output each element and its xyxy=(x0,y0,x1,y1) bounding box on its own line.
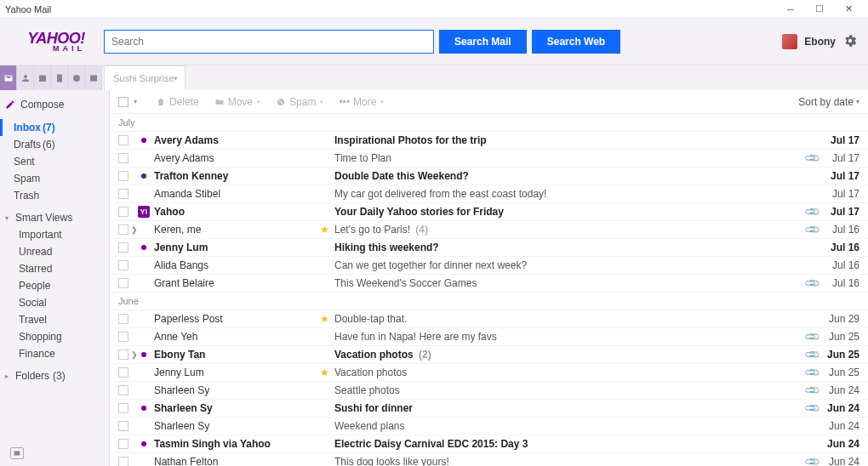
message-row[interactable]: Sharleen Sy Sushi for dinner 📎 Jun 24 xyxy=(110,400,868,418)
message-row[interactable]: ❯ Keren, me ★ Let's go to Paris! (4) 📎 J… xyxy=(110,221,868,239)
row-checkbox[interactable] xyxy=(118,153,128,163)
smart-view-unread[interactable]: Unread xyxy=(0,243,109,260)
message-row[interactable]: Avery Adams Inspirational Photos for the… xyxy=(110,132,868,150)
search-mail-button[interactable]: Search Mail xyxy=(439,30,527,54)
smart-view-finance[interactable]: Finance xyxy=(0,345,109,362)
sender: Yahoo xyxy=(147,206,317,218)
nav-folder-sent[interactable]: Sent xyxy=(0,153,109,170)
nav-label: Inbox xyxy=(14,122,41,134)
subject: Can we get together for dinner next week… xyxy=(331,259,805,271)
attachment-icon xyxy=(807,135,816,145)
message-list[interactable]: July Avery Adams Inspirational Photos fo… xyxy=(110,114,868,466)
row-checkbox[interactable] xyxy=(118,242,128,253)
compose-label: Compose xyxy=(20,99,64,111)
maximize-button[interactable]: ☐ xyxy=(805,0,834,19)
folder-icon xyxy=(214,97,225,107)
smart-view-shopping[interactable]: Shopping xyxy=(0,328,109,345)
message-row[interactable]: Trafton Kenney Double Date this Weekend?… xyxy=(110,168,868,185)
row-checkbox[interactable] xyxy=(118,260,128,270)
smart-views-section[interactable]: ▾ Smart Views xyxy=(0,209,109,226)
row-checkbox[interactable] xyxy=(118,189,128,199)
open-draft-tab[interactable]: Sushi Surprise xyxy=(104,65,186,90)
photos-app-icon[interactable] xyxy=(10,447,24,459)
search-input[interactable] xyxy=(104,30,434,54)
smart-view-starred[interactable]: Starred xyxy=(0,260,109,277)
search-web-button[interactable]: Search Web xyxy=(532,30,620,54)
row-checkbox[interactable] xyxy=(118,314,128,324)
row-checkbox[interactable] xyxy=(118,332,128,342)
spam-button[interactable]: Spam▾ xyxy=(276,96,323,108)
smart-view-people[interactable]: People xyxy=(0,277,109,294)
folders-label: Folders xyxy=(15,370,49,382)
mail-view-tab[interactable] xyxy=(0,65,17,90)
close-button[interactable]: ✕ xyxy=(834,0,863,19)
select-all-checkbox[interactable] xyxy=(118,97,128,107)
compose-button[interactable]: Compose xyxy=(0,95,109,119)
row-checkbox[interactable] xyxy=(118,439,128,449)
row-checkbox[interactable] xyxy=(118,385,128,395)
expand-icon[interactable]: ❯ xyxy=(128,350,140,359)
message-row[interactable]: Y! Yahoo Your Daily Yahoo stories for Fr… xyxy=(110,203,868,221)
row-checkbox[interactable] xyxy=(118,171,128,181)
logo-subtext: MAIL xyxy=(53,45,85,53)
row-checkbox[interactable] xyxy=(118,135,128,145)
message-row[interactable]: Nathan Felton This dog looks like yours!… xyxy=(110,453,868,466)
attachment-icon xyxy=(807,242,816,252)
star-icon[interactable]: ★ xyxy=(317,313,331,325)
folders-section[interactable]: ▸ Folders (3) xyxy=(0,367,109,384)
message-row[interactable]: Amanda Stibel My car got delivered from … xyxy=(110,185,868,203)
message-row[interactable]: Sharleen Sy Seattle photos 📎 Jun 24 xyxy=(110,382,868,400)
row-checkbox[interactable] xyxy=(118,367,128,378)
gear-icon[interactable] xyxy=(842,33,858,51)
notepad-view-tab[interactable] xyxy=(51,65,68,90)
sort-button[interactable]: Sort by date▾ xyxy=(798,96,859,108)
avatar[interactable] xyxy=(782,34,797,49)
message-row[interactable]: Anne Yeh Have fun in Napa! Here are my f… xyxy=(110,328,868,346)
subject: Time to Plan xyxy=(331,152,805,164)
nav-folder-trash[interactable]: Trash xyxy=(0,187,109,204)
nav-folder-spam[interactable]: Spam xyxy=(0,170,109,187)
smart-view-travel[interactable]: Travel xyxy=(0,311,109,328)
row-checkbox[interactable] xyxy=(118,403,128,413)
subject: Have fun in Napa! Here are my favs xyxy=(331,331,805,343)
nav-folder-drafts[interactable]: Drafts (6) xyxy=(0,136,109,153)
expand-icon[interactable]: ❯ xyxy=(128,225,140,234)
calendar-view-tab[interactable] xyxy=(34,65,51,90)
row-checkbox[interactable] xyxy=(118,207,128,217)
message-row[interactable]: Jenny Lum Hiking this weekend? Jul 16 xyxy=(110,239,868,257)
message-row[interactable]: Sharleen Sy Weekend plans Jun 24 xyxy=(110,418,868,435)
message-row[interactable]: Alida Bangs Can we get together for dinn… xyxy=(110,257,868,275)
sender: Avery Adams xyxy=(147,152,317,164)
row-checkbox[interactable] xyxy=(118,224,128,235)
unread-dot xyxy=(140,245,147,250)
star-icon[interactable]: ★ xyxy=(317,367,331,378)
messenger-view-tab[interactable] xyxy=(68,65,85,90)
message-row[interactable]: Paperless Post ★ Double-tap that. Jun 29 xyxy=(110,310,868,328)
contacts-view-tab[interactable] xyxy=(17,65,34,90)
minimize-button[interactable]: ─ xyxy=(776,0,805,19)
row-checkbox[interactable] xyxy=(118,457,128,466)
row-checkbox[interactable] xyxy=(118,278,128,288)
delete-button[interactable]: Delete xyxy=(156,96,199,108)
message-row[interactable]: Tasmin Singh via Yahoo Electric Daisy Ca… xyxy=(110,435,868,453)
subject: My car got delivered from the east coast… xyxy=(331,188,805,200)
news-view-tab[interactable] xyxy=(85,65,102,90)
date: Jun 25 xyxy=(819,367,859,378)
smart-view-important[interactable]: Important xyxy=(0,226,109,243)
pencil-icon xyxy=(5,99,15,110)
user-name[interactable]: Ebony xyxy=(804,36,836,48)
smart-view-social[interactable]: Social xyxy=(0,294,109,311)
more-button[interactable]: ••• More▾ xyxy=(339,96,384,108)
message-row[interactable]: Grant Belaire This Weekend's Soccer Game… xyxy=(110,275,868,293)
select-menu-caret[interactable]: ▾ xyxy=(134,98,137,105)
subject: Double Date this Weekend? xyxy=(331,170,805,182)
message-row[interactable]: ❯ Ebony Tan Vacation photos (2) 📎 Jun 25 xyxy=(110,346,868,364)
row-checkbox[interactable] xyxy=(118,350,128,360)
message-row[interactable]: Jenny Lum ★ Vacation photos 📎 Jun 25 xyxy=(110,364,868,382)
move-button[interactable]: Move▾ xyxy=(214,96,260,108)
message-row[interactable]: Avery Adams Time to Plan 📎 Jul 17 xyxy=(110,150,868,168)
nav-folder-inbox[interactable]: Inbox (7) xyxy=(0,119,109,136)
row-checkbox[interactable] xyxy=(118,421,128,431)
date: Jun 24 xyxy=(819,402,859,414)
star-icon[interactable]: ★ xyxy=(317,224,331,236)
